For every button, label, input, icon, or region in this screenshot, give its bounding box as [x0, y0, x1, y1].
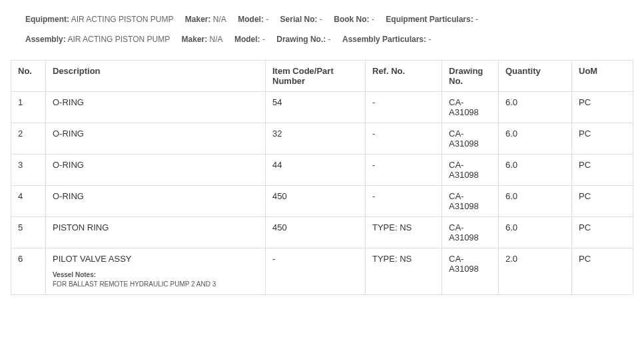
cell-ref-no: - [366, 123, 442, 155]
col-no: No. [11, 61, 46, 92]
vessel-notes-text: FOR BALLAST REMOTE HYDRAULIC PUMP 2 AND … [53, 280, 216, 288]
eq-serial-label: Serial No: [280, 15, 318, 24]
eq-serial-value: - [320, 15, 322, 24]
as-drawing-value: - [328, 35, 331, 44]
table-row: 5PISTON RING450TYPE: NSCA-A310986.0PC [11, 217, 633, 248]
assembly-value: AIR ACTING PISTON PUMP [67, 35, 170, 44]
table-row: 2O-RING32-CA-A310986.0PC [11, 123, 633, 155]
description-text: O-RING [53, 129, 84, 139]
cell-no: 2 [11, 123, 46, 155]
cell-drawing-no: CA-A31098 [442, 92, 499, 123]
cell-uom: PC [572, 248, 633, 295]
cell-quantity: 6.0 [499, 92, 572, 123]
cell-no: 1 [11, 92, 46, 123]
cell-quantity: 6.0 [499, 155, 572, 186]
cell-description: O-RING [46, 92, 266, 123]
eq-maker-label: Maker: [185, 15, 211, 24]
col-uom: UoM [572, 61, 633, 92]
vessel-notes-label: Vessel Notes: [53, 271, 96, 278]
description-text: PILOT VALVE ASSY [53, 254, 132, 264]
cell-quantity: 2.0 [499, 248, 572, 295]
description-text: O-RING [53, 191, 84, 201]
cell-drawing-no: CA-A31098 [442, 217, 499, 248]
cell-drawing-no: CA-A31098 [442, 123, 499, 155]
eq-particulars-value: - [476, 15, 478, 24]
cell-quantity: 6.0 [499, 186, 572, 217]
cell-item-code: 450 [266, 217, 366, 248]
cell-drawing-no: CA-A31098 [442, 248, 499, 295]
cell-ref-no: TYPE: NS [366, 217, 442, 248]
cell-ref-no: - [366, 92, 442, 123]
col-item: Item Code/Part Number [266, 61, 366, 92]
cell-drawing-no: CA-A31098 [442, 186, 499, 217]
col-desc: Description [46, 61, 266, 92]
as-particulars-value: - [428, 35, 431, 44]
cell-description: O-RING [46, 186, 266, 217]
as-particulars-label: Assembly Particulars: [342, 35, 426, 44]
cell-no: 6 [11, 248, 46, 295]
col-ref: Ref. No. [366, 61, 442, 92]
cell-uom: PC [572, 123, 633, 155]
cell-uom: PC [572, 155, 633, 186]
table-row: 4O-RING450-CA-A310986.0PC [11, 186, 633, 217]
cell-no: 4 [11, 186, 46, 217]
assembly-row: Assembly: AIR ACTING PISTON PUMP Maker: … [25, 33, 624, 45]
as-maker-label: Maker: [182, 35, 208, 44]
cell-uom: PC [572, 217, 633, 248]
equipment-label: Equipment: [25, 15, 69, 24]
cell-uom: PC [572, 186, 633, 217]
eq-book-label: Book No: [334, 15, 369, 24]
cell-uom: PC [572, 92, 633, 123]
col-draw: Drawing No. [442, 61, 499, 92]
cell-item-code: 450 [266, 186, 366, 217]
eq-model-value: - [266, 15, 268, 24]
cell-drawing-no: CA-A31098 [442, 155, 499, 186]
as-drawing-label: Drawing No.: [276, 35, 326, 44]
equipment-metadata: Equipment: AIR ACTING PISTON PUMP Maker:… [11, 7, 633, 60]
table-row: 6PILOT VALVE ASSYVessel Notes:FOR BALLAS… [11, 248, 633, 295]
cell-description: PILOT VALVE ASSYVessel Notes:FOR BALLAST… [46, 248, 266, 295]
eq-maker-value: N/A [213, 15, 226, 24]
description-text: O-RING [53, 160, 84, 170]
assembly-label: Assembly: [25, 35, 66, 44]
cell-no: 5 [11, 217, 46, 248]
equipment-row: Equipment: AIR ACTING PISTON PUMP Maker:… [25, 13, 624, 25]
description-text: O-RING [53, 97, 84, 107]
eq-model-label: Model: [238, 15, 264, 24]
parts-table: No. Description Item Code/Part Number Re… [11, 60, 633, 295]
cell-description: PISTON RING [46, 217, 266, 248]
cell-quantity: 6.0 [499, 217, 572, 248]
cell-quantity: 6.0 [499, 123, 572, 155]
cell-description: O-RING [46, 123, 266, 155]
cell-description: O-RING [46, 155, 266, 186]
cell-item-code: 44 [266, 155, 366, 186]
cell-item-code: - [266, 248, 366, 295]
table-row: 3O-RING44-CA-A310986.0PC [11, 155, 633, 186]
cell-ref-no: TYPE: NS [366, 248, 442, 295]
eq-particulars-label: Equipment Particulars: [386, 15, 473, 24]
cell-ref-no: - [366, 155, 442, 186]
equipment-value: AIR ACTING PISTON PUMP [71, 15, 174, 24]
as-model-label: Model: [234, 35, 260, 44]
cell-item-code: 54 [266, 92, 366, 123]
description-text: PISTON RING [53, 222, 109, 232]
as-maker-value: N/A [210, 35, 223, 44]
cell-ref-no: - [366, 186, 442, 217]
cell-no: 3 [11, 155, 46, 186]
table-header-row: No. Description Item Code/Part Number Re… [11, 61, 633, 92]
col-qty: Quantity [499, 61, 572, 92]
table-row: 1O-RING54-CA-A310986.0PC [11, 92, 633, 123]
cell-item-code: 32 [266, 123, 366, 155]
as-model-value: - [262, 35, 265, 44]
eq-book-value: - [372, 15, 374, 24]
vessel-notes: Vessel Notes:FOR BALLAST REMOTE HYDRAULI… [53, 270, 258, 289]
